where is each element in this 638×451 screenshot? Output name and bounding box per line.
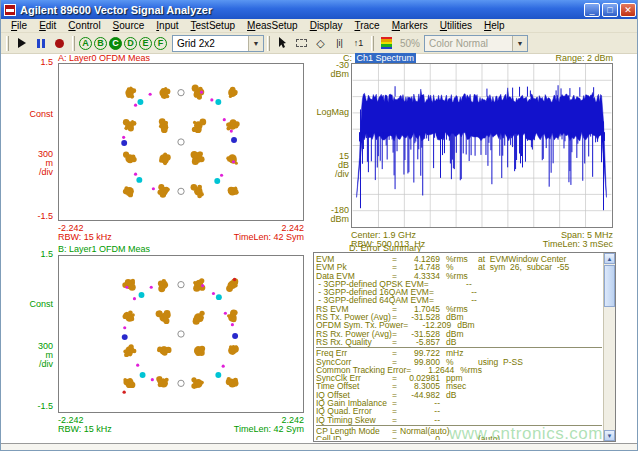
- pause-icon: [37, 39, 45, 48]
- panel-a-timelen: TimeLen: 42 Sym: [154, 233, 304, 242]
- app-window: Agilent 89600 Vector Signal Analyzer _ □…: [0, 0, 638, 451]
- cursor-arrow-icon: [278, 37, 288, 49]
- menu-trace[interactable]: Trace: [348, 20, 385, 31]
- panel-c-range: Range: 2 dBm: [471, 53, 613, 63]
- play-button[interactable]: [12, 35, 31, 52]
- colorbar-icon: [381, 37, 392, 50]
- trace-button-d[interactable]: D: [124, 37, 137, 50]
- panel-c-title-selected[interactable]: Ch1 Spectrum: [355, 53, 417, 63]
- title-bar[interactable]: Agilent 89600 Vector Signal Analyzer _ □…: [1, 0, 638, 19]
- panel-a-yscale: 300 m /div: [1, 150, 53, 177]
- grid-layout-select[interactable]: Grid 2x2 ▼: [172, 35, 264, 52]
- panel-a-rbw: RBW: 15 kHz: [58, 233, 112, 242]
- window-title: Agilent 89600 Vector Signal Analyzer: [20, 4, 212, 16]
- minimize-button[interactable]: _: [584, 3, 600, 17]
- pause-button[interactable]: [31, 35, 50, 52]
- menu-markers[interactable]: Markers: [386, 20, 434, 31]
- menu-utilities[interactable]: Utilities: [434, 20, 478, 31]
- panel-a-title[interactable]: A: Layer0 OFDM Meas: [58, 53, 150, 63]
- close-button[interactable]: ✕: [620, 3, 636, 17]
- panel-b-yscale: 300 m /div: [1, 342, 53, 369]
- toolbar-grip[interactable]: [267, 36, 270, 51]
- menu-file[interactable]: File: [5, 20, 33, 31]
- toolbar: ABCDEF Grid 2x2 ▼ ◇ |i| ↑1 50% Color Nor…: [1, 33, 638, 54]
- menu-control[interactable]: Control: [62, 20, 106, 31]
- chevron-down-icon[interactable]: ▼: [248, 36, 263, 51]
- trace-button-e[interactable]: E: [139, 37, 152, 50]
- menu-testsetup[interactable]: TestSetup: [185, 20, 241, 31]
- panel-c-ybottom: -180 dBm: [311, 206, 349, 224]
- grid-layout-value: Grid 2x2: [173, 38, 248, 49]
- marker-diamond-icon: ◇: [316, 37, 324, 50]
- menu-source[interactable]: Source: [107, 20, 151, 31]
- scroll-down-icon[interactable]: ▼: [604, 430, 615, 441]
- band-marker-button[interactable]: |i|: [330, 35, 349, 52]
- panel-c-timelen: TimeLen: 3 mSec: [463, 240, 613, 249]
- maximize-button[interactable]: □: [602, 3, 618, 17]
- panel-c-title[interactable]: C: Ch1 Spectrum: [343, 53, 416, 63]
- error-summary-rows: EVM=4.1269%rmsat EVMWindow CenterEVM Pk=…: [316, 255, 602, 440]
- menu-bar: FileEditControlSourceInputTestSetupMeasS…: [1, 19, 638, 33]
- record-button[interactable]: [50, 35, 69, 52]
- panel-b-ytop: 1.5: [1, 250, 53, 259]
- scrollbar-thumb[interactable]: [604, 265, 615, 307]
- menu-edit[interactable]: Edit: [33, 20, 62, 31]
- zoom-box-button[interactable]: [292, 35, 311, 52]
- select-cursor-button[interactable]: [273, 35, 292, 52]
- menu-meassetup[interactable]: MeasSetup: [241, 20, 304, 31]
- panel-a-ybottom: -1.5: [1, 212, 53, 221]
- toolbar-grip[interactable]: [6, 36, 9, 51]
- panel-a-yname: Const: [1, 110, 53, 119]
- panel-c-yscale: 15 dB /div: [311, 152, 349, 179]
- color-mode-value: Color Normal: [425, 38, 512, 49]
- constellation-plot-b[interactable]: [58, 255, 304, 413]
- panel-b-timelen: TimeLen: 42 Sym: [154, 425, 304, 434]
- toolbar-grip[interactable]: [72, 36, 75, 51]
- panel-a-ytop: 1.5: [1, 58, 53, 67]
- spectrum-plot[interactable]: [351, 63, 613, 228]
- color-mode-select[interactable]: Color Normal ▼: [424, 35, 528, 52]
- trace-button-b[interactable]: B: [94, 37, 107, 50]
- trace-button-f[interactable]: F: [154, 37, 167, 50]
- band-markers-icon: |i|: [336, 38, 343, 48]
- record-icon: [55, 39, 64, 48]
- window-bottom-edge: [1, 443, 638, 451]
- chevron-down-icon: ▼: [512, 36, 527, 51]
- panel-b-title[interactable]: B: Layer1 OFDM Meas: [58, 244, 150, 254]
- zoom-percent-label: 50%: [400, 38, 420, 49]
- error-summary-row: Time Offset=8.3005msec: [316, 382, 602, 390]
- colorbar-button[interactable]: [377, 35, 396, 52]
- scroll-up-icon[interactable]: ▲: [604, 253, 615, 264]
- error-summary-row: RS Rx. Quality=-5.857dB: [316, 338, 602, 346]
- panel-b-yname: Const: [1, 300, 53, 309]
- zoom-box-icon: [296, 39, 307, 47]
- marker-peak-icon: ↑1: [354, 38, 364, 48]
- menu-display[interactable]: Display: [304, 20, 349, 31]
- menu-help[interactable]: Help: [478, 20, 511, 31]
- error-summary-row: IQ Timing Skew=--: [316, 416, 602, 424]
- panel-b-ybottom: -1.5: [1, 402, 53, 411]
- error-summary-panel: EVM=4.1269%rmsat EVMWindow CenterEVM Pk=…: [313, 252, 616, 442]
- trace-button-c[interactable]: C: [109, 37, 122, 50]
- menu-input[interactable]: Input: [150, 20, 184, 31]
- play-icon: [18, 38, 26, 48]
- watermark: www.cntronics.com: [449, 424, 603, 444]
- constellation-plot-a[interactable]: [58, 63, 304, 221]
- panel-c-ytop: -30 dBm: [311, 61, 349, 79]
- trace-button-a[interactable]: A: [79, 37, 92, 50]
- marker-to-peak-button[interactable]: ↑1: [349, 35, 368, 52]
- panel-b-rbw: RBW: 15 kHz: [58, 425, 112, 434]
- scrollbar[interactable]: ▲ ▼: [603, 253, 615, 441]
- toolbar-grip[interactable]: [371, 36, 374, 51]
- marker-button[interactable]: ◇: [311, 35, 330, 52]
- app-icon: [4, 4, 16, 16]
- error-summary-row: Freq Err=99.722mHz: [316, 349, 602, 357]
- panel-c-yname: LogMag: [311, 108, 349, 117]
- trace-button-group: ABCDEF: [78, 37, 168, 50]
